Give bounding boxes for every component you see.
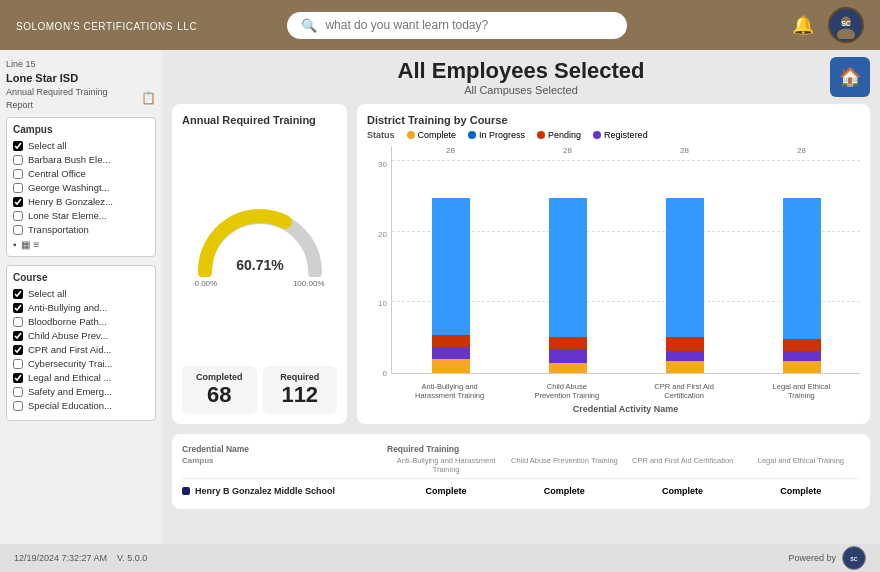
sub-col-3: CPR and First Aid Certification bbox=[624, 456, 742, 474]
legend-pending: Pending bbox=[537, 130, 581, 140]
bar-pending-2 bbox=[549, 337, 587, 349]
course-childabuse-checkbox[interactable] bbox=[13, 331, 23, 341]
th-required: Required Training bbox=[387, 444, 860, 454]
campus-item-lonestar[interactable]: Lone Star Eleme... bbox=[13, 210, 149, 221]
campus-george-checkbox[interactable] bbox=[13, 183, 23, 193]
row-statuses: Complete Complete Complete Complete bbox=[387, 486, 860, 496]
search-bar[interactable]: 🔍 bbox=[287, 12, 627, 39]
campus-lonestar-checkbox[interactable] bbox=[13, 211, 23, 221]
chart-legend: Status Complete In Progress Pending bbox=[367, 130, 860, 140]
course-cpr-checkbox[interactable] bbox=[13, 345, 23, 355]
school-name: Henry B Gonzalez Middle School bbox=[195, 486, 335, 496]
course-item-childabuse[interactable]: Child Abuse Prev... bbox=[13, 330, 149, 341]
report-label: Annual Required Training Report 📋 bbox=[6, 86, 156, 111]
bar-top-label-2: 28 bbox=[563, 146, 572, 155]
campus-filter-controls: ▪ ▦ ≡ bbox=[13, 239, 149, 250]
course-legal-checkbox[interactable] bbox=[13, 373, 23, 383]
bar-pending-3 bbox=[666, 337, 704, 351]
campus-item-barbara[interactable]: Barbara Bush Ele... bbox=[13, 154, 149, 165]
sub-col-4: Legal and Ethical Training bbox=[742, 456, 860, 474]
report-text: Annual Required Training Report bbox=[6, 86, 137, 111]
legend-pending-label: Pending bbox=[548, 130, 581, 140]
campus-select-all-checkbox[interactable] bbox=[13, 141, 23, 151]
campus-filter-icon3[interactable]: ≡ bbox=[34, 239, 40, 250]
legend-registered: Registered bbox=[593, 130, 648, 140]
legend-inprogress-dot bbox=[468, 131, 476, 139]
course-select-all-checkbox[interactable] bbox=[13, 289, 23, 299]
district-label: Lone Star ISD bbox=[6, 71, 156, 86]
course-special-checkbox[interactable] bbox=[13, 401, 23, 411]
line-label: Line 15 bbox=[6, 58, 156, 71]
bar-top-label-4: 28 bbox=[797, 146, 806, 155]
campus-filter-icon2[interactable]: ▦ bbox=[21, 239, 30, 250]
content-area: All Employees Selected All Campuses Sele… bbox=[162, 50, 880, 572]
bar-registered-1 bbox=[432, 347, 470, 359]
campus-item-transport[interactable]: Transportation bbox=[13, 224, 149, 235]
x-label-1: Anti-Bullying andHarassment Training bbox=[395, 382, 504, 400]
legend-status-label: Status bbox=[367, 130, 395, 140]
campus-filter-title: Campus bbox=[13, 124, 149, 135]
bar-inprogress-1 bbox=[432, 198, 470, 335]
course-filter-box: Course Select all Anti-Bullying and... B… bbox=[6, 265, 156, 421]
course-item-bloodborne[interactable]: Bloodborne Path... bbox=[13, 316, 149, 327]
chart-inner: 28 28 bbox=[391, 146, 860, 414]
sub-spacer bbox=[377, 456, 387, 474]
campus-barbara-checkbox[interactable] bbox=[13, 155, 23, 165]
footer-version: V. 5.0.0 bbox=[117, 553, 147, 563]
bar-top-label-3: 28 bbox=[680, 146, 689, 155]
powered-by-logo: SC bbox=[842, 546, 866, 570]
course-item-antibullying[interactable]: Anti-Bullying and... bbox=[13, 302, 149, 313]
course-filter-title: Course bbox=[13, 272, 149, 283]
legend-complete: Complete bbox=[407, 130, 457, 140]
gauge-labels: 0.00% 100.00% bbox=[195, 279, 325, 288]
course-item-cpr[interactable]: CPR and First Aid... bbox=[13, 344, 149, 355]
user-avatar[interactable]: SC bbox=[828, 7, 864, 43]
bar-stack-1 bbox=[432, 198, 470, 373]
course-item-cyber[interactable]: Cybersecurity Trai... bbox=[13, 358, 149, 369]
bar-stack-2 bbox=[549, 198, 587, 373]
required-label: Required bbox=[269, 372, 332, 382]
sidebar: Line 15 Lone Star ISD Annual Required Tr… bbox=[0, 50, 162, 572]
status-legal: Complete bbox=[742, 486, 860, 496]
course-antibullying-checkbox[interactable] bbox=[13, 303, 23, 313]
course-safety-checkbox[interactable] bbox=[13, 387, 23, 397]
bar-group-antibullying: 28 bbox=[396, 160, 505, 373]
status-antibullying: Complete bbox=[387, 486, 505, 496]
campus-item-central[interactable]: Central Office bbox=[13, 168, 149, 179]
course-bloodborne-checkbox[interactable] bbox=[13, 317, 23, 327]
y-label-20: 20 bbox=[378, 230, 387, 239]
course-cyber-checkbox[interactable] bbox=[13, 359, 23, 369]
table-header: Credential Name Required Training bbox=[182, 444, 860, 454]
search-input[interactable] bbox=[325, 18, 613, 32]
gauge-max-label: 100.00% bbox=[293, 279, 325, 288]
course-item-safety[interactable]: Safety and Emerg... bbox=[13, 386, 149, 397]
notification-bell-icon[interactable]: 🔔 bbox=[792, 14, 814, 36]
campus-item-henry[interactable]: Henry B Gonzalez... bbox=[13, 196, 149, 207]
x-axis-labels: Anti-Bullying andHarassment Training Chi… bbox=[391, 374, 860, 400]
gauge-min-label: 0.00% bbox=[195, 279, 218, 288]
campus-central-checkbox[interactable] bbox=[13, 169, 23, 179]
campus-item-george[interactable]: George Washingt... bbox=[13, 182, 149, 193]
bar-group-legal: 28 bbox=[747, 160, 856, 373]
campus-filter-box: Campus Select all Barbara Bush Ele... Ce… bbox=[6, 117, 156, 257]
bar-area: 28 28 bbox=[391, 146, 860, 374]
y-label-10: 10 bbox=[378, 299, 387, 308]
campus-henry-checkbox[interactable] bbox=[13, 197, 23, 207]
powered-by-label: Powered by bbox=[788, 553, 836, 563]
course-select-all[interactable]: Select all bbox=[13, 288, 149, 299]
home-button[interactable]: 🏠 bbox=[830, 57, 870, 97]
course-item-legal[interactable]: Legal and Ethical ... bbox=[13, 372, 149, 383]
legend-inprogress: In Progress bbox=[468, 130, 525, 140]
course-item-special[interactable]: Special Education... bbox=[13, 400, 149, 411]
required-stat: Required 112 bbox=[263, 366, 338, 414]
school-color-dot bbox=[182, 487, 190, 495]
sub-col-headers: Anti-Bullying and Harassment Training Ch… bbox=[387, 456, 860, 474]
campus-filter-icon1[interactable]: ▪ bbox=[13, 239, 17, 250]
campus-transport-checkbox[interactable] bbox=[13, 225, 23, 235]
report-icon: 📋 bbox=[141, 90, 156, 107]
campus-select-all[interactable]: Select all bbox=[13, 140, 149, 151]
bottom-bar: 12/19/2024 7:32:27 AM V. 5.0.0 Powered b… bbox=[0, 544, 880, 572]
required-value: 112 bbox=[269, 382, 332, 408]
header: SOLOMON'S CERTIFICATIONS LLC 🔍 🔔 SC bbox=[0, 0, 880, 50]
logo-suffix: LLC bbox=[177, 21, 197, 32]
